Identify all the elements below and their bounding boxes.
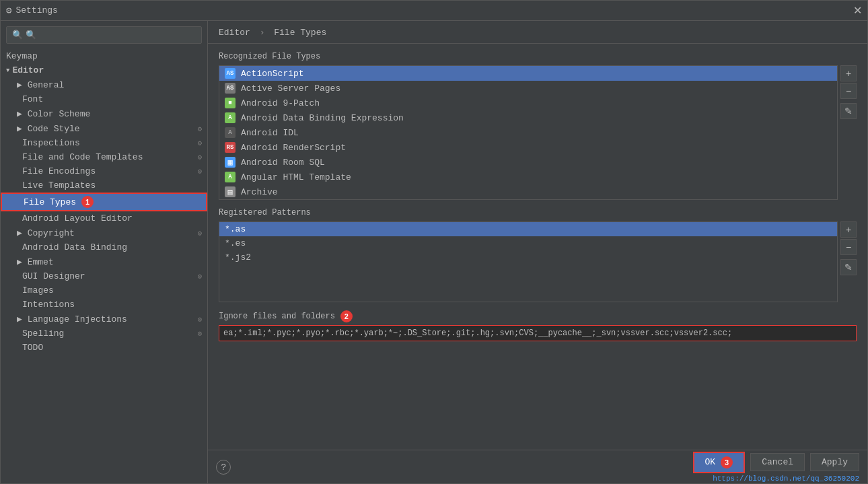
sidebar-item-label: TODO	[22, 343, 43, 353]
sidebar-item-file-types[interactable]: File Types 1	[1, 193, 207, 211]
sidebar-item-label: File Types	[24, 197, 76, 207]
recognized-list[interactable]: AS ActionScript AS Active Server Pages ■	[219, 65, 838, 200]
apply-button[interactable]: Apply	[810, 453, 859, 471]
file-type-angular-html[interactable]: A Angular HTML Template	[219, 170, 837, 184]
file-type-label: Android 9-Patch	[241, 98, 320, 108]
sidebar-item-color-scheme[interactable]: ▶ Color Scheme	[1, 106, 207, 121]
arrow-icon: ▶	[17, 257, 28, 267]
ignore-section: Ignore files and folders 2	[219, 310, 857, 341]
file-type-android-idl[interactable]: A Android IDL	[219, 125, 837, 140]
sidebar-item-language-injections[interactable]: ▶ Language Injections ⚙	[1, 312, 207, 326]
cancel-button[interactable]: Cancel	[750, 453, 805, 471]
recognized-list-area: AS ActionScript AS Active Server Pages ■	[219, 65, 857, 200]
file-type-android-data-binding-expr[interactable]: A Android Data Binding Expression	[219, 110, 837, 125]
arrow-icon: ▶	[17, 314, 28, 324]
sidebar-item-general[interactable]: ▶ General	[1, 77, 207, 92]
badge-2: 2	[340, 310, 353, 322]
file-type-android-9patch[interactable]: ■ Android 9-Patch	[219, 96, 837, 110]
edit-file-type-button[interactable]: ✎	[840, 103, 857, 119]
patterns-list-area: *.as *.es *.js2 + −	[219, 221, 857, 302]
settings-icon: ⚙	[197, 125, 202, 133]
ignore-input[interactable]	[219, 325, 857, 341]
titlebar: ⚙ Settings ✕	[1, 1, 867, 21]
sidebar-item-live-templates[interactable]: Live Templates	[1, 178, 207, 193]
settings-icon: ⚙	[197, 329, 202, 338]
recognized-label: Recognized File Types	[219, 52, 857, 61]
file-type-android-renderscript[interactable]: RS Android RenderScript	[219, 140, 837, 155]
app-icon: ⚙	[6, 5, 11, 16]
remove-pattern-button[interactable]: −	[840, 239, 857, 255]
pattern-row[interactable]: *.js2	[219, 250, 837, 265]
file-type-archive[interactable]: ▤ Archive	[219, 184, 837, 199]
patterns-list[interactable]: *.as *.es *.js2	[219, 221, 838, 302]
help-button[interactable]: ?	[216, 460, 231, 475]
sidebar-item-label: Android Data Binding	[22, 242, 127, 252]
sidebar-item-file-code-templates[interactable]: File and Code Templates ⚙	[1, 150, 207, 164]
sidebar-item-todo[interactable]: TODO	[1, 341, 207, 355]
recognized-section: Recognized File Types AS ActionScript AS	[219, 52, 857, 200]
main-content: 🔍 Keymap ▼ Editor ▶ General Font	[1, 21, 867, 483]
edit-pattern-button[interactable]: ✎	[840, 259, 857, 275]
file-type-label: ActionScript	[241, 69, 304, 79]
file-type-label: Angular HTML Template	[241, 172, 351, 182]
file-type-label: Android Room SQL	[241, 158, 325, 168]
breadcrumb-separator: ›	[260, 28, 265, 38]
sidebar-item-font[interactable]: Font	[1, 92, 207, 106]
add-pattern-button[interactable]: +	[840, 221, 857, 238]
ignore-label: Ignore files and folders	[219, 312, 335, 321]
file-icon-android-idl: A	[225, 127, 236, 138]
add-file-type-button[interactable]: +	[840, 65, 857, 81]
sidebar-item-inspections[interactable]: Inspections ⚙	[1, 136, 207, 150]
patterns-section: Registered Patterns *.as *.es *.js2	[219, 208, 857, 305]
breadcrumb-part-2: File Types	[274, 28, 326, 38]
remove-file-type-button[interactable]: −	[840, 83, 857, 99]
search-input[interactable]	[26, 30, 196, 40]
file-icon-sql: ▦	[225, 157, 236, 168]
file-type-android-room-sql[interactable]: ▦ Android Room SQL	[219, 155, 837, 170]
pattern-value: *.es	[225, 238, 246, 248]
settings-window: ⚙ Settings ✕ 🔍 Keymap ▼ Editor ▶ General	[0, 0, 868, 484]
bottom-right: OK 3 Cancel Apply	[693, 452, 859, 473]
search-icon: 🔍	[12, 30, 23, 40]
bottom-bar: ? OK 3 Cancel Apply https://blog.csdn.ne…	[208, 450, 867, 483]
sidebar-item-copyright[interactable]: ▶ Copyright ⚙	[1, 226, 207, 240]
sidebar-item-gui-designer[interactable]: GUI Designer ⚙	[1, 269, 207, 283]
search-box: 🔍	[6, 26, 202, 44]
sidebar-group-editor[interactable]: ▼ Editor	[1, 63, 207, 77]
file-type-label: Archive	[241, 187, 278, 197]
breadcrumb-part-1: Editor	[219, 28, 250, 38]
window-title: Settings	[15, 5, 57, 15]
pattern-row[interactable]: *.as	[219, 222, 837, 236]
titlebar-left: ⚙ Settings	[6, 5, 58, 16]
sidebar-item-android-data-binding[interactable]: Android Data Binding	[1, 240, 207, 254]
ok-button[interactable]: OK 3	[693, 452, 746, 473]
pattern-row[interactable]: *.es	[219, 236, 837, 250]
sidebar-item-file-encodings[interactable]: File Encodings ⚙	[1, 164, 207, 178]
file-icon-rs: RS	[225, 142, 236, 153]
file-icon-android-9patch: ■	[225, 98, 236, 108]
right-panel: Editor › File Types Recognized File Type…	[208, 21, 867, 483]
sidebar-item-keymap[interactable]: Keymap	[1, 49, 207, 63]
sidebar-item-emmet[interactable]: ▶ Emmet	[1, 254, 207, 269]
sidebar-item-images[interactable]: Images	[1, 283, 207, 298]
close-button[interactable]: ✕	[853, 4, 862, 17]
patterns-label: Registered Patterns	[219, 208, 857, 217]
file-type-asp[interactable]: AS Active Server Pages	[219, 81, 837, 96]
sidebar-item-label: Live Templates	[22, 180, 96, 191]
file-icon-asp: AS	[225, 83, 236, 94]
sidebar-item-intentions[interactable]: Intentions	[1, 298, 207, 312]
file-type-label: Android IDL	[241, 128, 299, 138]
arrow-icon: ▶	[17, 80, 28, 90]
sidebar-item-code-style[interactable]: ▶ Code Style ⚙	[1, 121, 207, 136]
file-icon-as: AS	[225, 68, 236, 79]
arrow-icon: ▶	[17, 109, 28, 119]
sidebar-item-android-layout-editor[interactable]: Android Layout Editor	[1, 211, 207, 226]
sidebar-item-label: Spelling	[22, 329, 64, 339]
sidebar-item-label: File and Code Templates	[22, 152, 143, 162]
pattern-value: *.js2	[225, 252, 251, 263]
file-icon-archive: ▤	[225, 186, 236, 197]
sidebar-item-spelling[interactable]: Spelling ⚙	[1, 326, 207, 341]
settings-icon: ⚙	[197, 153, 202, 162]
file-type-actionscript[interactable]: AS ActionScript	[219, 66, 837, 81]
sidebar-item-label: Keymap	[6, 51, 38, 61]
